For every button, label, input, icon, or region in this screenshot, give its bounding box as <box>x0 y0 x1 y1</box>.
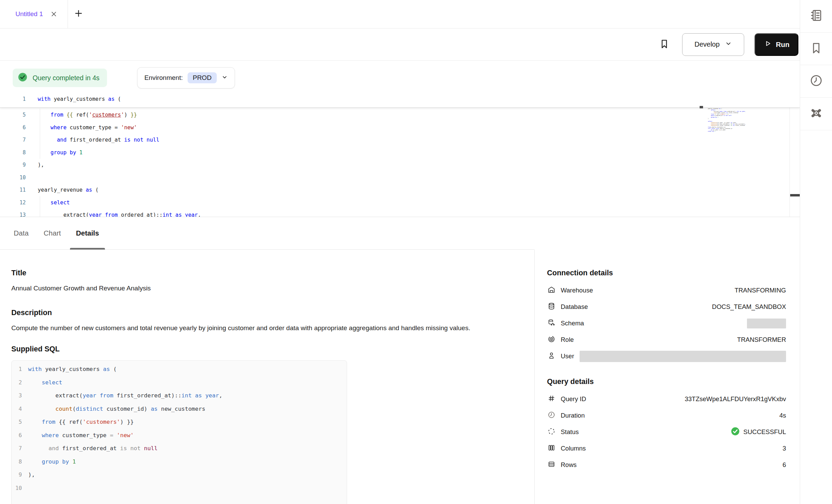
bookmark-icon <box>658 38 670 51</box>
code-line: 7 and first_ordered_at is not null <box>0 134 800 146</box>
code-text: yearly_revenue as ( <box>38 184 98 196</box>
role-target-icon <box>547 335 556 345</box>
code-line: 7 and first_ordered_at is not null <box>12 442 347 455</box>
code-text: and first_ordered_at is not null <box>28 442 158 455</box>
title-heading: Title <box>11 269 521 277</box>
detail-row-status: StatusSUCCESSFUL <box>547 424 786 440</box>
line-number: 8 <box>12 455 22 469</box>
code-text: with yearly_customers as ( <box>28 363 117 376</box>
detail-label: Rows <box>561 461 577 469</box>
columns-icon <box>547 444 556 453</box>
code-line: 4 count(distinct customer_id) as new_cus… <box>12 403 347 416</box>
line-number: 12 <box>0 196 26 209</box>
code-text: with yearly_customers as ( <box>38 91 121 107</box>
detail-value: 33TZseWpe1ALFDUYerxR1gVKxbv <box>685 395 786 403</box>
line-number: 1 <box>12 363 22 376</box>
query-details-rows: Query ID33TZseWpe1ALFDUYerxR1gVKxbvDurat… <box>547 391 786 473</box>
status-row: Query completed in 4s Environment: PROD <box>0 61 800 91</box>
spinner-icon <box>547 427 556 437</box>
detail-label: Schema <box>561 320 584 327</box>
detail-row-rows: Rows6 <box>547 457 786 473</box>
status-check-icon <box>730 427 740 437</box>
chevron-down-icon <box>725 40 732 49</box>
tab-details[interactable]: Details <box>76 217 99 249</box>
code-line: 12 select <box>0 196 800 209</box>
detail-row-schema: Schema <box>547 315 786 332</box>
develop-dropdown[interactable]: Develop <box>682 33 744 56</box>
rows-icon <box>547 460 556 470</box>
code-text: select <box>28 376 62 389</box>
code-text: where customer_type = 'new' <box>28 429 134 442</box>
detail-value: SUCCESSFUL <box>744 428 786 436</box>
query-details-heading: Query details <box>547 377 786 386</box>
code-text: from {{ ref('customers') }} <box>38 109 137 121</box>
code-line: 8 group by 1 <box>12 455 347 469</box>
description-value: Compute the number of new customers and … <box>11 323 510 333</box>
code-line: 5 from {{ ref('customers') }} <box>12 416 347 429</box>
main-area: Untitled 1 Develop <box>0 0 800 504</box>
rail-button-notebook-list[interactable] <box>800 0 832 33</box>
results-tab-strip: DataChartDetails <box>0 217 534 250</box>
code-line: 5 from {{ ref('customers') }} <box>0 109 800 121</box>
details-sidebar: Connection details WarehouseTRANSFORMING… <box>534 250 800 504</box>
editor-scrollbar[interactable] <box>789 94 800 217</box>
detail-row-user: User <box>547 348 786 364</box>
supplied-sql-block: 1with yearly_customers as (2 select3 ext… <box>11 360 347 504</box>
scrollbar-thumb[interactable] <box>790 194 800 196</box>
code-text: extract(year from first_ordered_at)::int… <box>28 389 222 403</box>
new-tab-button[interactable] <box>68 0 89 28</box>
title-value: Annual Customer Growth and Revenue Analy… <box>11 283 521 293</box>
redacted-value <box>580 351 786 362</box>
close-icon[interactable] <box>50 10 58 18</box>
tab-data[interactable]: Data <box>14 217 28 249</box>
detail-row-role: RoleTRANSFORMER <box>547 332 786 348</box>
line-number: 11 <box>0 184 26 196</box>
right-icon-rail <box>800 0 832 504</box>
rail-button-clock[interactable] <box>800 65 832 98</box>
tab-untitled-1[interactable]: Untitled 1 <box>0 0 68 28</box>
line-number: 7 <box>0 134 26 146</box>
bookmark-button[interactable] <box>657 37 672 52</box>
rail-button-lineage[interactable] <box>800 98 832 130</box>
code-line: 6 where customer_type = 'new' <box>12 429 347 442</box>
lineage-icon <box>809 106 823 122</box>
tab-chart[interactable]: Chart <box>44 217 61 249</box>
query-status-pill: Query completed in 4s <box>13 69 107 87</box>
check-circle-icon <box>17 72 28 84</box>
clock-icon <box>809 73 823 89</box>
code-line: 8 group by 1 <box>0 146 800 159</box>
detail-label: Database <box>561 303 588 311</box>
toolbar: Develop Run <box>0 28 800 61</box>
description-heading: Description <box>11 309 521 317</box>
hash-icon <box>547 394 556 404</box>
code-line: 3 extract(year from first_ordered_at)::i… <box>12 389 347 403</box>
detail-label: Duration <box>561 412 585 419</box>
ref-customers-link[interactable]: customers <box>92 112 121 118</box>
line-number: 10 <box>12 482 22 495</box>
run-label: Run <box>776 40 789 49</box>
database-icon <box>547 302 556 312</box>
clock-icon <box>547 411 556 420</box>
detail-label: User <box>561 352 574 360</box>
detail-label: Warehouse <box>561 287 593 294</box>
code-line: 10 <box>0 171 800 184</box>
environment-selector[interactable]: Environment: PROD <box>137 67 235 88</box>
detail-value: 6 <box>783 461 786 469</box>
code-line: 11yearly_revenue as ( <box>0 184 800 196</box>
line-number: 7 <box>12 442 22 455</box>
plus-icon <box>73 8 84 20</box>
user-icon <box>547 351 556 361</box>
notebook-list-icon <box>809 8 823 24</box>
line-number: 4 <box>12 403 22 416</box>
code-text: select <box>38 196 70 209</box>
run-button[interactable]: Run <box>754 33 798 56</box>
detail-value: 3 <box>783 445 786 452</box>
environment-value-badge: PROD <box>188 72 217 83</box>
minimap-line: order by 1 <box>708 131 752 132</box>
rail-button-bookmark[interactable] <box>800 33 832 65</box>
code-line: 6 where customer_type = 'new' <box>0 121 800 134</box>
sql-editor[interactable]: 1with yearly_customers as ( 5 from {{ re… <box>0 91 800 217</box>
code-text: and first_ordered_at is not null <box>38 134 159 146</box>
line-number: 6 <box>12 429 22 442</box>
editor-lines: 5 from {{ ref('customers') }}6 where cus… <box>0 109 800 217</box>
